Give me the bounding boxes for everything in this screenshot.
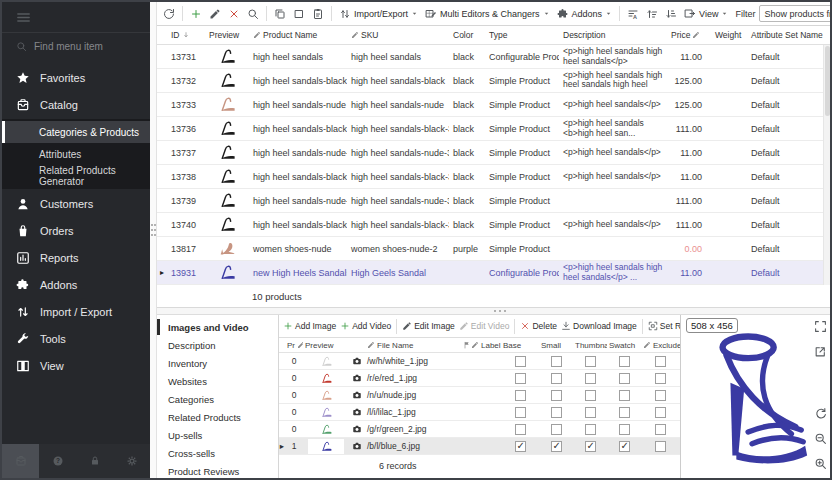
sidebar-item-reports[interactable]: Reports	[2, 244, 150, 271]
sidebar-item-customers[interactable]: Customers	[2, 190, 150, 217]
edit-image-button[interactable]: Edit Image	[400, 320, 457, 332]
table-row[interactable]: ▸13931new High Heels SandalsHigh Geels S…	[157, 261, 830, 285]
base-checkbox[interactable]	[515, 424, 526, 435]
sidebar-item-tools[interactable]: Tools	[2, 325, 150, 352]
rotate-image-button[interactable]	[814, 407, 827, 423]
edit-video-button[interactable]: Edit Video	[457, 320, 512, 332]
swatch-checkbox[interactable]	[619, 424, 630, 435]
zoom-in-button[interactable]	[814, 457, 827, 473]
small-checkbox[interactable]	[551, 390, 562, 401]
sidebar-item-import-export[interactable]: Import / Export	[2, 298, 150, 325]
exclude-checkbox[interactable]	[655, 424, 666, 435]
add-product-button[interactable]	[187, 6, 205, 22]
sidebar-item-attributes[interactable]: Attributes	[2, 143, 150, 165]
exclude-checkbox[interactable]	[655, 373, 666, 384]
small-checkbox[interactable]	[551, 441, 562, 452]
table-row[interactable]: 13733high heel sandals-nudehigh heel san…	[157, 93, 830, 117]
table-row[interactable]: 13736high heel sandals-black-36high heel…	[157, 117, 830, 141]
base-checkbox[interactable]	[515, 390, 526, 401]
column-header-preview[interactable]: Preview	[205, 30, 249, 40]
tab-websites[interactable]: Websites	[157, 372, 278, 390]
add-image-button[interactable]: Add Image	[281, 320, 338, 332]
column-header-thumbnail[interactable]: Thumbna	[573, 341, 607, 350]
sidebar-item-catalog[interactable]: Catalog	[2, 91, 150, 118]
select-cells-button[interactable]	[290, 6, 308, 22]
image-row[interactable]: 0/w/h/white_1.jpg	[279, 353, 680, 370]
swatch-checkbox[interactable]	[619, 356, 630, 367]
exclude-checkbox[interactable]	[655, 390, 666, 401]
column-header-preview[interactable]: Preview	[303, 341, 347, 350]
thumbnail-checkbox[interactable]	[585, 373, 596, 384]
image-row[interactable]: 0/n/u/nude.jpg	[279, 387, 680, 404]
menu-search-input[interactable]	[34, 41, 134, 52]
refresh-button[interactable]	[160, 6, 178, 22]
search-button[interactable]	[244, 6, 262, 22]
tab-product-reviews[interactable]: Product Reviews	[157, 462, 278, 480]
small-checkbox[interactable]	[551, 424, 562, 435]
tab-up-sells[interactable]: Up-sells	[157, 426, 278, 444]
thumbnail-checkbox[interactable]	[585, 424, 596, 435]
column-header-attribute-set-name[interactable]: Attribute Set Name	[747, 30, 823, 40]
set-resize-rule-button[interactable]: Set Resize Rule	[646, 320, 680, 332]
zoom-out-button[interactable]	[814, 432, 827, 448]
table-row[interactable]: 13817women shoes-nudewomen shoes-nude-2p…	[157, 237, 830, 261]
image-row[interactable]: 0/l/i/lilac_1.jpg	[279, 404, 680, 421]
settings-button[interactable]	[113, 455, 150, 467]
sort-descending-button[interactable]	[662, 6, 680, 22]
column-header-label-col[interactable]: Label	[469, 341, 501, 350]
exclude-checkbox[interactable]	[655, 407, 666, 418]
sort-ascending-button[interactable]	[643, 6, 661, 22]
sidebar-item-orders[interactable]: Orders	[2, 217, 150, 244]
image-row[interactable]: 0/g/r/green_2.jpg	[279, 421, 680, 438]
column-header-price[interactable]: Price	[667, 30, 711, 40]
table-row[interactable]: 13731high heel sandalshigh heel sandalsb…	[157, 45, 830, 69]
base-checkbox[interactable]	[515, 441, 526, 452]
thumbnail-checkbox[interactable]	[585, 407, 596, 418]
import-export-menu[interactable]: Import/Export	[336, 6, 421, 22]
swatch-checkbox[interactable]	[619, 373, 630, 384]
image-row[interactable]: 0/r/e/red_1.jpg	[279, 370, 680, 387]
copy-button[interactable]	[271, 6, 289, 22]
thumbnail-checkbox[interactable]	[585, 390, 596, 401]
sidebar-splitter[interactable]	[150, 2, 157, 478]
column-header-small[interactable]: Small	[539, 341, 573, 350]
scrollbar-thumb[interactable]	[825, 46, 830, 116]
delete-product-button[interactable]	[225, 6, 243, 22]
small-checkbox[interactable]	[551, 373, 562, 384]
column-header-swatch[interactable]: Swatch	[607, 341, 641, 350]
column-header-color[interactable]: Color	[449, 30, 485, 40]
exclude-checkbox[interactable]	[655, 356, 666, 367]
tab-description[interactable]: Description	[157, 336, 278, 354]
tab-inventory[interactable]: Inventory	[157, 354, 278, 372]
sidebar-item-categories-products[interactable]: Categories & Products	[2, 121, 150, 143]
table-row[interactable]: 13740high heel sandals-black-38high heel…	[157, 213, 830, 237]
category-filter-select[interactable]: Show products from selected categories	[759, 5, 832, 22]
multi-editors-menu[interactable]: Multi Editors & Changers	[422, 6, 553, 22]
column-header-id[interactable]: ID	[167, 30, 205, 40]
swatch-checkbox[interactable]	[619, 407, 630, 418]
column-header-sku[interactable]: SKU	[347, 30, 449, 40]
tab-related-products[interactable]: Related Products	[157, 408, 278, 426]
base-checkbox[interactable]	[515, 356, 526, 367]
thumbnail-checkbox[interactable]	[585, 441, 596, 452]
column-header-weight[interactable]: Weight	[711, 30, 747, 40]
thumbnail-checkbox[interactable]	[585, 356, 596, 367]
panes-splitter[interactable]	[157, 308, 830, 315]
table-row[interactable]: 13739high heel sandals-nude-37high heel …	[157, 189, 830, 213]
sidebar-item-favorites[interactable]: Favorites	[2, 64, 150, 91]
sidebar-item-view[interactable]: View	[2, 352, 150, 379]
base-checkbox[interactable]	[515, 407, 526, 418]
table-row[interactable]: 13737high heel sandals-nude-36high heel …	[157, 141, 830, 165]
tab-images-and-video[interactable]: Images and Video	[157, 318, 278, 336]
menu-toggle-button[interactable]	[2, 2, 150, 32]
addons-menu[interactable]: Addons	[554, 6, 616, 22]
column-header-type[interactable]: Type	[485, 30, 559, 40]
sidebar-item-related-products-generator[interactable]: Related Products Generator	[2, 165, 150, 187]
delete-image-button[interactable]: Delete	[518, 320, 559, 332]
open-external-button[interactable]	[814, 345, 827, 361]
swatch-checkbox[interactable]	[619, 390, 630, 401]
autofit-columns-button[interactable]: A	[624, 6, 642, 22]
column-header-position[interactable]: Pr	[285, 341, 303, 350]
column-header-description[interactable]: Description	[559, 30, 667, 40]
small-checkbox[interactable]	[551, 407, 562, 418]
